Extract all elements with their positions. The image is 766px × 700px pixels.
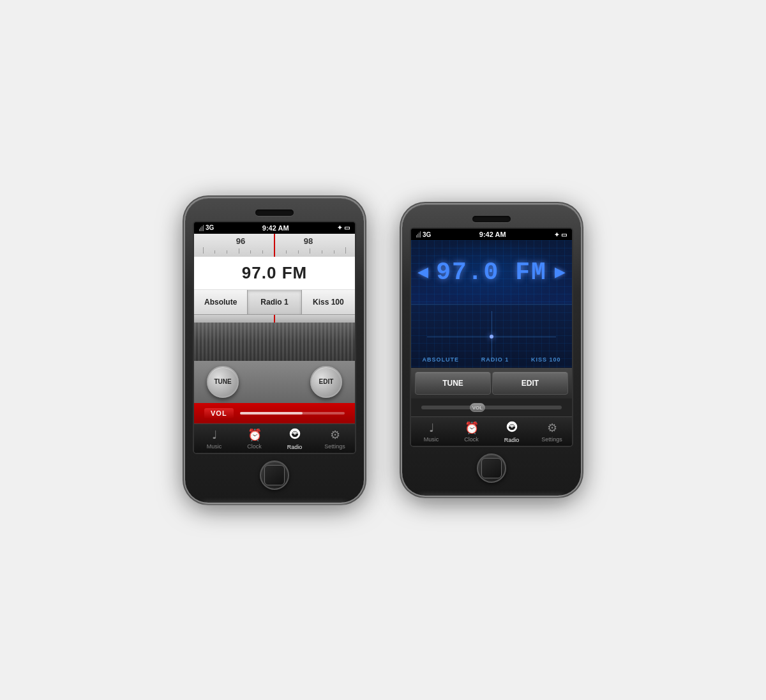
tab-settings-label-1: Settings	[324, 443, 345, 450]
settings-icon-2: ⚙	[547, 421, 557, 435]
tick-2	[214, 250, 215, 254]
arrow-left-btn[interactable]: ◀	[417, 264, 428, 280]
bluetooth-icon-2: ✦	[554, 231, 559, 238]
radio-display-bottom: ABSOLUTE RADIO 1 KISS 100	[411, 304, 572, 368]
phone-1: 3G 9:42 AM ✦ ▭ 96 98	[185, 198, 364, 503]
frequency-scale-1[interactable]: 96 98	[194, 234, 355, 257]
tune-button-1[interactable]: TUNE	[207, 366, 239, 398]
dark-vol-track[interactable]: VOL	[421, 406, 562, 409]
signal-bar-2-4	[420, 231, 421, 238]
tab-clock-2[interactable]: ⏰ Clock	[451, 417, 492, 446]
preset-label-absolute: ABSOLUTE	[422, 356, 459, 363]
tab-music-2[interactable]: ♩ Music	[411, 417, 451, 446]
frequency-display-1: 97.0 FM	[194, 257, 355, 290]
arrow-right-btn[interactable]: ▶	[555, 264, 566, 280]
signal-bar-2	[200, 227, 201, 231]
home-button-inner-2	[481, 458, 502, 478]
tab-clock-1[interactable]: ⏰ Clock	[234, 424, 274, 453]
vol-row-1: VOL	[194, 403, 355, 423]
phone-2: 3G 9:42 AM ✦ ▭ ◀ 97.0 FM ▶	[402, 204, 581, 496]
controls-row-1: TUNE EDIT	[194, 361, 355, 403]
tick-12	[334, 250, 334, 254]
signal-bar-2-3	[419, 232, 419, 238]
clock-icon-2: ⏰	[465, 421, 479, 435]
network-type-1: 3G	[206, 224, 214, 231]
signal-bar-2-1	[416, 235, 417, 238]
speaker-panel-1	[194, 323, 355, 361]
tick-6	[262, 250, 263, 254]
tab-music-label-2: Music	[424, 436, 439, 443]
tab-clock-label-2: Clock	[464, 436, 479, 443]
tick-3	[227, 250, 227, 254]
preset-radio1-1[interactable]: Radio 1	[248, 290, 301, 314]
dark-vol-thumb[interactable]: VOL	[470, 403, 485, 412]
tuner-area-1: 96 98	[194, 234, 355, 423]
status-left-1: 3G	[199, 224, 214, 231]
vol-fill-1	[240, 412, 303, 415]
phone-screen-2: 3G 9:42 AM ✦ ▭ ◀ 97.0 FM ▶	[410, 227, 573, 447]
battery-icon-1: ▭	[344, 224, 350, 231]
bluetooth-icon-1: ✦	[337, 224, 342, 231]
page-wrapper: 3G 9:42 AM ✦ ▭ 96 98	[147, 160, 619, 541]
radio-icon-1	[289, 428, 301, 443]
tab-bar-2: ♩ Music ⏰ Clock	[411, 416, 572, 446]
status-right-2: ✦ ▭	[554, 231, 567, 238]
phone2-content: ◀ 97.0 FM ▶ ABSOLUTE RADIO 1 KISS 100	[411, 240, 572, 416]
preset-labels-2: ABSOLUTE RADIO 1 KISS 100	[411, 356, 572, 363]
tab-radio-1[interactable]: Radio	[274, 424, 315, 453]
signal-bar-1	[199, 229, 200, 231]
radio-icon-2	[506, 421, 518, 436]
preset-absolute-1[interactable]: Absolute	[194, 290, 248, 314]
home-button-wrapper-2	[410, 453, 573, 483]
speaker-grille-2	[472, 216, 511, 222]
home-button-inner-1	[264, 465, 285, 485]
tab-settings-label-2: Settings	[541, 436, 562, 443]
tab-radio-label-2: Radio	[504, 437, 520, 443]
radio-display-top: ◀ 97.0 FM ▶	[411, 240, 572, 304]
preset-kiss100-1[interactable]: Kiss 100	[302, 290, 355, 314]
battery-icon-2: ▭	[561, 231, 567, 238]
phone-top-1	[193, 209, 356, 216]
settings-icon-1: ⚙	[330, 428, 340, 442]
music-icon-2: ♩	[429, 421, 434, 435]
status-left-2: 3G	[416, 231, 431, 238]
tab-settings-1[interactable]: ⚙ Settings	[315, 424, 355, 453]
home-button-1[interactable]	[260, 460, 289, 490]
presets-1: Absolute Radio 1 Kiss 100	[194, 290, 355, 315]
phone-screen-1: 3G 9:42 AM ✦ ▭ 96 98	[193, 221, 356, 454]
signal-bars-1	[199, 225, 204, 231]
speaker-gradient-1	[194, 323, 355, 361]
edit-button-1[interactable]: EDIT	[310, 366, 342, 398]
speaker-grille-1	[255, 209, 294, 216]
tab-music-label-1: Music	[207, 443, 222, 450]
status-bar-1: 3G 9:42 AM ✦ ▭	[194, 222, 355, 234]
tab-music-1[interactable]: ♩ Music	[194, 424, 234, 453]
tab-radio-2[interactable]: Radio	[492, 417, 532, 446]
signal-bar-4	[203, 225, 204, 231]
svg-point-1	[511, 426, 513, 428]
tick-10	[310, 248, 310, 254]
tick-5	[250, 250, 251, 254]
dark-vol-row: VOL	[411, 399, 572, 416]
signal-bars-2	[416, 231, 421, 238]
dark-controls: TUNE EDIT	[411, 368, 572, 399]
tick-13	[345, 247, 346, 254]
tab-radio-label-1: Radio	[287, 444, 303, 450]
edit-button-2[interactable]: EDIT	[492, 372, 568, 395]
preset-needle-1	[274, 315, 275, 323]
status-time-1: 9:42 AM	[262, 224, 289, 232]
tab-settings-2[interactable]: ⚙ Settings	[532, 417, 572, 446]
vol-label-1: VOL	[204, 408, 234, 418]
vol-track-1[interactable]	[240, 412, 345, 415]
tuner-dot	[490, 335, 493, 339]
home-button-2[interactable]	[477, 453, 506, 483]
preset-label-radio1: RADIO 1	[481, 356, 509, 363]
preset-needle-row-1	[194, 315, 355, 323]
music-icon-1: ♩	[212, 428, 217, 442]
scale-num-98: 98	[304, 236, 313, 246]
scale-num-96: 96	[236, 236, 245, 246]
tuner-needle-1	[274, 234, 275, 257]
status-bar-2: 3G 9:42 AM ✦ ▭	[411, 229, 572, 240]
tick-11	[322, 250, 322, 254]
tune-button-2[interactable]: TUNE	[415, 372, 491, 395]
